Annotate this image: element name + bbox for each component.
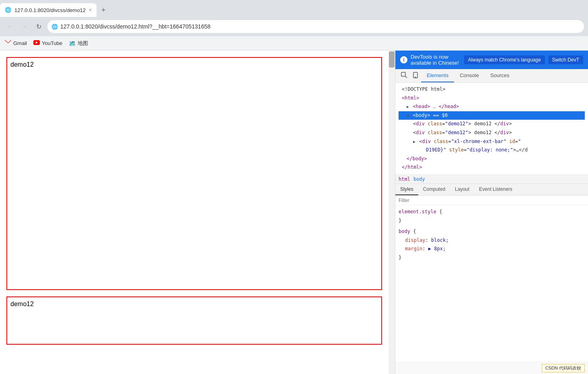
css-display-prop: display bbox=[405, 237, 426, 243]
css-margin-prop: margin bbox=[405, 246, 422, 251]
filter-bar bbox=[395, 196, 588, 205]
youtube-icon bbox=[33, 39, 40, 47]
styles-panel-tabs: Styles Computed Layout Event Listeners bbox=[395, 184, 588, 196]
dom-breadcrumb: html body bbox=[395, 175, 588, 184]
address-bar-row: ← → ↻ 🌐 bbox=[0, 17, 588, 36]
styles-tab-computed[interactable]: Computed bbox=[418, 184, 450, 195]
dom-div-ext-2: D19ED}" style="display: none;">…</d bbox=[399, 146, 585, 155]
dom-div-2[interactable]: <div class="demo12"> demo12 </div> bbox=[399, 129, 585, 137]
body-triangle: ▼ bbox=[404, 114, 411, 117]
bookmark-youtube[interactable]: YouTube bbox=[33, 39, 62, 47]
devtools-bottom: CSDN 代码码农校 bbox=[395, 362, 588, 374]
always-match-button[interactable]: Always match Chrome's language bbox=[464, 55, 545, 64]
back-button[interactable]: ← bbox=[4, 21, 15, 32]
bookmarks-bar: Gmail YouTube 🗺️ 地图 bbox=[0, 36, 588, 51]
dom-body-selected[interactable]: ▼ <body> == $0 bbox=[399, 111, 585, 120]
demo-box-1: demo12 bbox=[6, 57, 382, 290]
styles-tab-styles[interactable]: Styles bbox=[395, 184, 418, 195]
devtools-notification: i DevTools is now available in Chinese! … bbox=[395, 51, 588, 69]
dom-div-1[interactable]: <div class="demo12"> demo12 </div> bbox=[399, 120, 585, 129]
svg-line-4 bbox=[405, 76, 407, 78]
tab-bar: 🌐 127.0.0.1:8020/divcss/demo12 × + bbox=[0, 0, 588, 17]
css-margin-val: ▶ 8px bbox=[428, 246, 443, 251]
demo-label-2: demo12 bbox=[10, 300, 34, 307]
bookmark-maps[interactable]: 🗺️ 地图 bbox=[69, 40, 88, 47]
devtools-panel: i DevTools is now available in Chinese! … bbox=[395, 51, 588, 374]
dom-tree: <!DOCTYPE html> <html> ▶ <head> … </head… bbox=[395, 83, 588, 175]
css-rules: element.style { } body { display: block;… bbox=[395, 205, 588, 362]
switch-devtools-button[interactable]: Switch DevT bbox=[548, 55, 583, 64]
devtools-tab-bar: Elements Console Sources bbox=[421, 69, 515, 82]
secure-icon: 🌐 bbox=[51, 24, 58, 30]
styles-tab-event-listeners[interactable]: Event Listeners bbox=[474, 184, 517, 195]
url-input[interactable] bbox=[60, 23, 580, 30]
browser-tab[interactable]: 🌐 127.0.0.1:8020/divcss/demo12 × bbox=[0, 3, 97, 17]
demo-label-1: demo12 bbox=[10, 61, 34, 68]
reload-button[interactable]: ↻ bbox=[33, 21, 44, 32]
devtools-toolbar: Elements Console Sources bbox=[395, 69, 588, 83]
tab-favicon: 🌐 bbox=[5, 7, 11, 13]
device-toolbar-button[interactable] bbox=[410, 69, 421, 82]
css-display-val: block bbox=[431, 237, 446, 243]
inspect-element-button[interactable] bbox=[399, 69, 410, 82]
page-scrollbar[interactable] bbox=[389, 51, 395, 374]
dom-head[interactable]: ▶ <head> … </head> bbox=[399, 102, 585, 111]
filter-input[interactable] bbox=[399, 198, 585, 203]
maps-icon: 🗺️ bbox=[69, 40, 76, 47]
address-bar[interactable]: 🌐 bbox=[47, 20, 584, 33]
css-selector-element: element.style bbox=[399, 209, 436, 215]
dom-body-close: </body> bbox=[399, 155, 585, 163]
tab-elements[interactable]: Elements bbox=[421, 69, 454, 82]
css-body-rule: body { display: block; margin: ▶ 8px; } bbox=[399, 227, 585, 262]
ext-triangle: ▶ bbox=[413, 138, 415, 145]
info-icon: i bbox=[400, 56, 407, 63]
breadcrumb-html[interactable]: html bbox=[399, 176, 410, 182]
forward-button[interactable]: → bbox=[19, 21, 30, 32]
tab-title: 127.0.0.1:8020/divcss/demo12 bbox=[14, 7, 86, 13]
dom-html-close: </html> bbox=[399, 163, 585, 172]
css-element-style: element.style { } bbox=[399, 208, 585, 225]
gmail-icon bbox=[5, 39, 11, 47]
tab-console[interactable]: Console bbox=[454, 69, 485, 82]
demo-box-2: demo12 bbox=[6, 296, 382, 345]
bookmark-gmail[interactable]: Gmail bbox=[5, 39, 27, 47]
styles-tab-layout[interactable]: Layout bbox=[450, 184, 474, 195]
new-tab-button[interactable]: + bbox=[98, 3, 109, 17]
breadcrumb-body[interactable]: body bbox=[413, 176, 425, 182]
maps-label: 地图 bbox=[78, 40, 88, 47]
dom-doctype: <!DOCTYPE html> bbox=[399, 85, 585, 94]
youtube-label: YouTube bbox=[42, 40, 62, 46]
svg-rect-3 bbox=[401, 72, 405, 76]
main-area: demo12 demo12 i DevTools is now availabl… bbox=[0, 51, 588, 374]
tab-sources[interactable]: Sources bbox=[485, 69, 515, 82]
page-content: demo12 demo12 bbox=[0, 51, 389, 374]
notification-text: DevTools is now available in Chinese! bbox=[411, 54, 461, 66]
watermark-text: CSDN 代码码农校 bbox=[542, 364, 585, 372]
gmail-label: Gmail bbox=[13, 40, 27, 46]
css-selector-body: body bbox=[399, 229, 410, 234]
tab-close-button[interactable]: × bbox=[89, 7, 92, 13]
page-inner: demo12 demo12 bbox=[0, 51, 389, 358]
dom-html-open[interactable]: <html> bbox=[399, 94, 585, 103]
head-triangle: ▶ bbox=[407, 103, 409, 110]
dom-div-ext[interactable]: ▶ <div class="xl-chrome-ext-bar" id=" bbox=[399, 137, 585, 146]
